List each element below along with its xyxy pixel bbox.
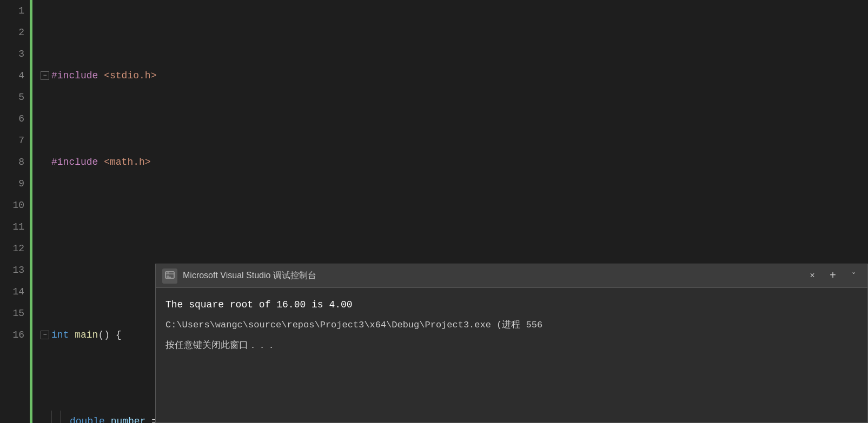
code-token: main [75, 324, 98, 346]
code-token: #include [51, 151, 104, 173]
svg-rect-3 [168, 272, 169, 273]
code-token: #include [51, 65, 104, 86]
terminal-add-tab-button[interactable]: + [825, 268, 840, 284]
code-token: number [111, 411, 146, 423]
terminal-popup: Microsoft Visual Studio 调试控制台 × + ˅ The … [155, 264, 868, 423]
line-num-13: 13 [0, 259, 24, 281]
editor-area: 1 2 3 4 5 6 7 8 9 10 11 12 13 14 15 16 −… [0, 0, 868, 423]
code-token: <stdio.h> [104, 65, 156, 86]
code-line-2: #include <math.h> [41, 151, 868, 173]
code-token: int [51, 324, 75, 346]
line-num-12: 12 [0, 238, 24, 259]
line-num-5: 5 [0, 86, 24, 108]
line-num-1: 1 [0, 0, 24, 22]
code-line-3 [41, 238, 868, 259]
terminal-titlebar: Microsoft Visual Studio 调试控制台 × + ˅ [156, 264, 867, 288]
line-num-8: 8 [0, 151, 24, 173]
code-token: <math.h> [104, 151, 150, 173]
line-num-15: 15 [0, 303, 24, 324]
line-num-16: 16 [0, 324, 24, 346]
line-num-3: 3 [0, 43, 24, 65]
terminal-close-button[interactable]: × [805, 268, 820, 284]
line-num-6: 6 [0, 108, 24, 130]
line-num-4: 4 [0, 65, 24, 86]
line-num-9: 9 [0, 173, 24, 194]
terminal-chevron-button[interactable]: ˅ [846, 268, 861, 284]
fold-icon-4[interactable]: − [41, 331, 49, 339]
terminal-output-line-1: The square root of 16.00 is 4.00 [165, 294, 858, 315]
code-token: double [70, 411, 111, 423]
line-num-14: 14 [0, 281, 24, 303]
line-num-10: 10 [0, 194, 24, 216]
terminal-app-icon [162, 268, 177, 284]
fold-icon-1[interactable]: − [41, 71, 49, 80]
line-num-11: 11 [0, 216, 24, 238]
terminal-title: Microsoft Visual Studio 调试控制台 [183, 270, 799, 281]
line-numbers: 1 2 3 4 5 6 7 8 9 10 11 12 13 14 15 16 [0, 0, 30, 423]
code-line-1: − #include <stdio.h> [41, 65, 868, 86]
svg-rect-2 [167, 272, 168, 273]
terminal-body: The square root of 16.00 is 4.00 C:\User… [156, 288, 867, 422]
terminal-output-line-2: C:\Users\wangc\source\repos\Project3\x64… [165, 315, 858, 335]
line-num-2: 2 [0, 22, 24, 43]
line-num-7: 7 [0, 130, 24, 151]
terminal-output-line-3: 按任意键关闭此窗口．．． [165, 335, 858, 356]
code-token: () { [98, 324, 121, 346]
